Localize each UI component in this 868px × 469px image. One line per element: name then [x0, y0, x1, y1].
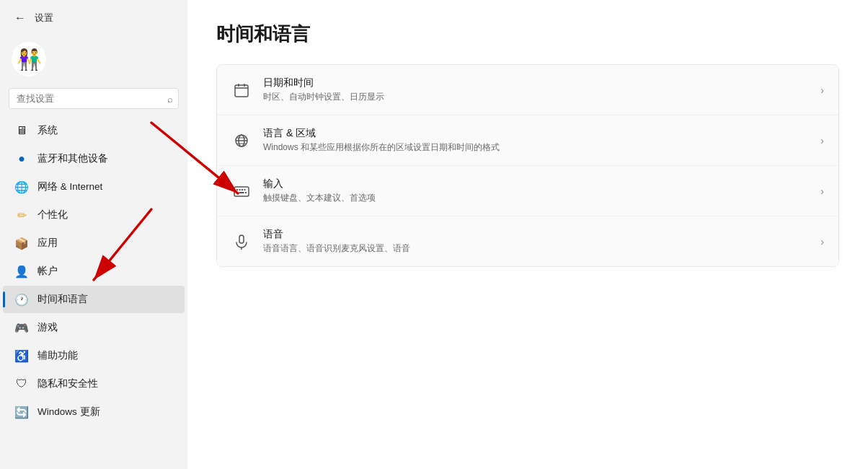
page-title: 时间和语言 — [216, 22, 839, 47]
input-title: 输入 — [263, 177, 809, 190]
search-box: ⌕ — [9, 88, 179, 109]
settings-card: 日期和时间 时区、自动时钟设置、日历显示 › 语言 & — [216, 64, 839, 267]
sidebar-item-network[interactable]: 🌐 网络 & Internet — [3, 173, 185, 201]
nav-list: 🖥 系统 ● 蓝牙和其他设备 🌐 网络 & Internet ✏ 个性化 📦 应… — [0, 115, 187, 469]
sidebar-item-system[interactable]: 🖥 系统 — [3, 117, 185, 144]
search-input[interactable] — [9, 88, 179, 109]
svg-rect-11 — [239, 189, 241, 190]
sidebar-item-accessibility[interactable]: ♿ 辅助功能 — [3, 342, 185, 369]
svg-rect-0 — [235, 85, 248, 97]
accessibility-icon: ♿ — [14, 349, 29, 363]
sidebar-item-label: 系统 — [37, 124, 58, 137]
sidebar-item-label: 个性化 — [37, 209, 68, 222]
language-region-desc: Windows 和某些应用根据你所在的区域设置日期和时间的格式 — [263, 141, 809, 154]
accounts-icon: 👤 — [14, 264, 29, 279]
sidebar-item-label: 应用 — [37, 237, 58, 250]
svg-rect-15 — [239, 192, 244, 193]
sidebar-item-label: 辅助功能 — [37, 349, 78, 362]
speech-icon — [231, 232, 252, 252]
input-chevron: › — [820, 185, 824, 197]
sidebar-item-label: 游戏 — [37, 321, 58, 334]
datetime-title: 日期和时间 — [263, 76, 809, 89]
sidebar-item-label: 隐私和安全性 — [37, 377, 98, 390]
speech-desc: 语音语言、语音识别麦克风设置、语音 — [263, 242, 809, 255]
datetime-text: 日期和时间 时区、自动时钟设置、日历显示 — [263, 76, 809, 103]
sidebar-item-bluetooth[interactable]: ● 蓝牙和其他设备 — [3, 145, 185, 172]
datetime-icon — [231, 80, 252, 100]
sidebar-item-label: 网络 & Internet — [37, 180, 102, 193]
sidebar-item-apps[interactable]: 📦 应用 — [3, 229, 185, 257]
language-region-icon — [231, 131, 252, 151]
app-title: 设置 — [35, 12, 53, 25]
gaming-icon: 🎮 — [14, 320, 29, 335]
main-content: 时间和语言 日期和时间 时区、自动时钟设置、日历显示 › — [187, 0, 868, 469]
time-language-icon: 🕐 — [14, 292, 29, 307]
speech-text: 语音 语音语言、语音识别麦克风设置、语音 — [263, 228, 809, 255]
search-icon: ⌕ — [167, 93, 173, 104]
sidebar-item-label: Windows 更新 — [37, 406, 100, 418]
language-region-item[interactable]: 语言 & 区域 Windows 和某些应用根据你所在的区域设置日期和时间的格式 … — [217, 115, 838, 166]
input-item[interactable]: 输入 触摸键盘、文本建议、首选项 › — [217, 166, 838, 216]
privacy-icon: 🛡 — [14, 377, 29, 391]
apps-icon: 📦 — [14, 236, 29, 250]
personalization-icon: ✏ — [14, 208, 29, 222]
input-icon — [231, 181, 252, 201]
speech-item[interactable]: 语音 语音语言、语音识别麦克风设置、语音 › — [217, 216, 838, 266]
speech-title: 语音 — [263, 228, 809, 241]
sidebar-item-privacy[interactable]: 🛡 隐私和安全性 — [3, 370, 185, 398]
sidebar-item-time-language[interactable]: 🕐 时间和语言 — [3, 286, 185, 313]
language-region-text: 语言 & 区域 Windows 和某些应用根据你所在的区域设置日期和时间的格式 — [263, 127, 809, 154]
datetime-item[interactable]: 日期和时间 时区、自动时钟设置、日历显示 › — [217, 65, 838, 115]
input-desc: 触摸键盘、文本建议、首选项 — [263, 192, 809, 204]
windows-update-icon: 🔄 — [14, 405, 29, 419]
avatar-section: 👫 — [0, 36, 187, 85]
svg-rect-14 — [236, 192, 238, 193]
avatar: 👫 — [12, 42, 46, 76]
svg-rect-17 — [239, 235, 244, 243]
speech-chevron: › — [820, 236, 824, 247]
language-region-chevron: › — [820, 135, 824, 146]
back-button[interactable]: ← — [12, 9, 29, 27]
language-region-title: 语言 & 区域 — [263, 127, 809, 140]
input-text: 输入 触摸键盘、文本建议、首选项 — [263, 177, 809, 204]
svg-rect-12 — [242, 189, 243, 190]
sidebar-item-label: 蓝牙和其他设备 — [37, 152, 108, 165]
svg-rect-10 — [236, 189, 238, 190]
bluetooth-icon: ● — [14, 152, 29, 166]
sidebar-item-accounts[interactable]: 👤 帐户 — [3, 258, 185, 285]
svg-rect-16 — [245, 192, 247, 193]
network-icon: 🌐 — [14, 180, 29, 194]
sidebar-header: ← 设置 — [0, 0, 187, 36]
datetime-desc: 时区、自动时钟设置、日历显示 — [263, 91, 809, 103]
sidebar-item-label: 帐户 — [37, 265, 58, 278]
sidebar-item-windows-update[interactable]: 🔄 Windows 更新 — [3, 398, 185, 426]
svg-rect-9 — [234, 187, 249, 196]
sidebar-item-label: 时间和语言 — [37, 293, 88, 306]
system-icon: 🖥 — [14, 123, 29, 138]
sidebar-item-personalization[interactable]: ✏ 个性化 — [3, 201, 185, 229]
sidebar-item-gaming[interactable]: 🎮 游戏 — [3, 314, 185, 341]
datetime-chevron: › — [820, 84, 824, 96]
sidebar: ← 设置 👫 ⌕ 🖥 系统 ● 蓝牙和其他设备 🌐 网络 & Internet — [0, 0, 187, 469]
svg-rect-13 — [244, 189, 246, 190]
